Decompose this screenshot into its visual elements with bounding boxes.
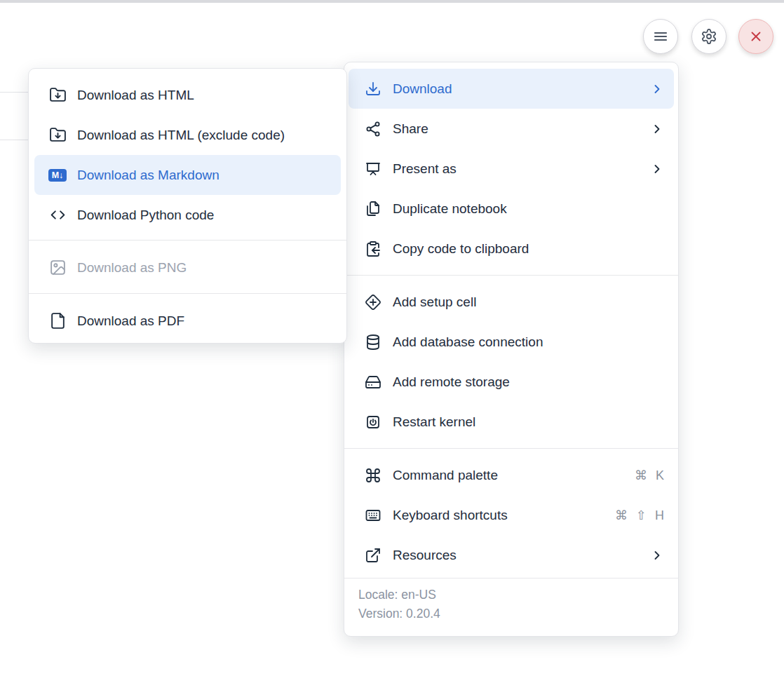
database-icon [364, 334, 382, 351]
download-icon [364, 81, 382, 97]
menu-separator [29, 240, 346, 241]
submenu-item-download-markdown[interactable]: M↓ Download as Markdown [34, 155, 341, 195]
menu-item-label: Present as [393, 161, 640, 177]
chevron-right-icon [650, 548, 664, 562]
diamond-plus-icon [364, 294, 382, 311]
menu-item-label: Share [393, 121, 640, 137]
menu-footer: Locale: en-US Version: 0.20.4 [344, 579, 678, 633]
menu-item-label: Restart kernel [393, 414, 664, 430]
submenu-item-download-python-code[interactable]: Download Python code [29, 195, 346, 235]
file-icon [48, 312, 67, 330]
locale-text: Locale: en-US [358, 586, 664, 604]
keyboard-icon [364, 507, 382, 524]
presentation-icon [364, 161, 382, 177]
menu-item-download[interactable]: Download [349, 69, 674, 109]
chevron-right-icon [650, 122, 664, 136]
menu-item-add-setup-cell[interactable]: Add setup cell [344, 282, 678, 322]
markdown-icon: M↓ [48, 169, 67, 182]
folder-down-icon [48, 86, 67, 104]
menu-item-label: Resources [393, 548, 640, 563]
command-icon [364, 467, 382, 484]
menu-separator [344, 448, 678, 449]
download-submenu: Download as HTML Download as HTML (exclu… [28, 68, 347, 344]
menu-item-label: Add remote storage [393, 374, 664, 390]
menu-separator [344, 275, 678, 276]
close-app-button[interactable] [738, 19, 773, 54]
chevron-right-icon [650, 162, 664, 176]
menu-item-keyboard-shortcuts[interactable]: Keyboard shortcuts ⌘ ⇧ H [344, 495, 678, 535]
menu-item-resources[interactable]: Resources [344, 535, 678, 575]
menu-item-label: Command palette [393, 468, 624, 483]
shortcut-hint: ⌘ K [635, 468, 664, 483]
settings-button[interactable] [691, 19, 726, 54]
menu-item-label: Download as Markdown [77, 168, 332, 183]
menu-item-label: Keyboard shortcuts [393, 508, 604, 523]
menu-item-add-database-connection[interactable]: Add database connection [344, 322, 678, 362]
menu-item-duplicate-notebook[interactable]: Duplicate notebook [344, 189, 678, 229]
submenu-item-download-html[interactable]: Download as HTML [29, 75, 346, 115]
menu-item-label: Download Python code [77, 208, 332, 223]
clipboard-copy-icon [364, 241, 382, 257]
image-icon [48, 259, 67, 276]
gear-icon [701, 28, 717, 45]
menu-item-label: Download as PNG [77, 260, 332, 276]
menu-item-label: Add setup cell [393, 295, 664, 310]
menu-item-add-remote-storage[interactable]: Add remote storage [344, 362, 678, 402]
close-icon [748, 29, 764, 44]
menu-item-label: Download as HTML (exclude code) [77, 128, 332, 143]
menu-item-label: Download as PDF [77, 313, 332, 329]
external-link-icon [364, 547, 382, 564]
folder-down-icon [48, 126, 67, 144]
menu-item-share[interactable]: Share [344, 109, 678, 149]
chevron-right-icon [650, 82, 664, 96]
hamburger-icon [652, 28, 669, 45]
submenu-item-download-html-exclude-code[interactable]: Download as HTML (exclude code) [29, 115, 346, 155]
menu-item-label: Download as HTML [77, 88, 332, 103]
submenu-item-download-pdf[interactable]: Download as PDF [29, 301, 346, 341]
submenu-item-download-png: Download as PNG [29, 248, 346, 288]
code-icon [48, 206, 67, 224]
duplicate-icon [364, 201, 382, 217]
menu-item-label: Duplicate notebook [393, 201, 664, 217]
window-top-border [0, 0, 784, 3]
notebook-menu: Download Share Present as Duplicate note… [344, 62, 679, 637]
version-text: Version: 0.20.4 [358, 604, 664, 623]
share-icon [364, 121, 382, 137]
menu-item-label: Copy code to clipboard [393, 241, 664, 257]
page-background-rule [0, 92, 28, 93]
page-background-rule [0, 140, 28, 140]
hard-drive-icon [364, 374, 382, 391]
notebook-menu-button[interactable] [643, 19, 678, 54]
shortcut-hint: ⌘ ⇧ H [615, 508, 664, 523]
menu-item-restart-kernel[interactable]: Restart kernel [344, 402, 678, 442]
menu-item-label: Add database connection [393, 334, 664, 350]
menu-item-label: Download [393, 81, 640, 97]
menu-item-present-as[interactable]: Present as [344, 149, 678, 189]
menu-item-command-palette[interactable]: Command palette ⌘ K [344, 455, 678, 495]
menu-item-copy-code[interactable]: Copy code to clipboard [344, 229, 678, 269]
menu-separator [29, 293, 346, 294]
power-square-icon [364, 414, 382, 431]
